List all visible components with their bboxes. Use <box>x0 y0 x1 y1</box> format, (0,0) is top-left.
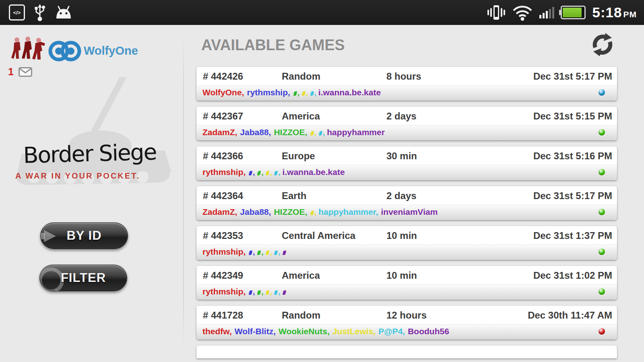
filter-button-label: FILTER <box>61 271 106 285</box>
player-name: WolfyOne, <box>202 88 244 97</box>
clock-meridiem: PM <box>623 10 637 19</box>
player-color-mark <box>257 251 261 255</box>
game-map: Europe <box>282 150 315 162</box>
player-separator: , <box>261 169 263 177</box>
arrow-icon <box>44 230 56 242</box>
player-name: happyhammer <box>327 128 385 137</box>
player-separator: , <box>253 169 255 177</box>
game-row-players: rythmship,,,,, <box>196 284 617 300</box>
game-map: Random <box>282 310 320 321</box>
game-id: # 442364 <box>203 190 243 202</box>
page-title: AVAILABLE GAMES <box>201 36 345 54</box>
game-map: Earth <box>282 190 306 202</box>
game-id: # 442349 <box>203 270 243 281</box>
player-name: i.wanna.be.kate <box>318 88 381 97</box>
player-list: rythmship,,,,, <box>202 249 287 256</box>
magnifier-icon <box>39 267 64 291</box>
game-map: Central America <box>282 230 355 241</box>
player-color-mark <box>274 171 278 176</box>
player-list: ZadamZ,Jaba88,HIZZOE,,,happyhammer <box>202 130 388 136</box>
player-separator: , <box>270 288 272 296</box>
game-status-dot <box>599 328 605 335</box>
game-turn-time: 12 hours <box>386 310 427 321</box>
game-id: # 441728 <box>203 310 243 321</box>
player-separator: , <box>270 248 272 256</box>
soldiers-icon[interactable] <box>10 36 46 60</box>
game-date: Dec 31st 1:37 PM <box>533 230 612 241</box>
game-id: # 442353 <box>203 230 243 241</box>
game-row[interactable]: # 442426 Random 8 hours Dec 31st 5:17 PM… <box>196 67 617 101</box>
android-status-bar: </> <box>0 0 644 25</box>
player-color-mark <box>310 91 314 96</box>
player-separator: , <box>261 248 263 256</box>
app-logo-title: Border Siege <box>7 139 173 169</box>
battery-icon <box>561 6 586 19</box>
by-id-button[interactable]: BY ID <box>40 222 128 249</box>
available-games-list: # 442426 Random 8 hours Dec 31st 5:17 PM… <box>183 67 644 362</box>
mail-icon[interactable] <box>19 67 32 77</box>
game-status-dot <box>599 129 605 136</box>
player-name: P@P4, <box>378 327 405 336</box>
game-date: Dec 31st 5:15 PM <box>533 111 612 122</box>
player-name: Wolf-Blitz, <box>235 327 276 336</box>
game-turn-time: 10 min <box>386 270 417 281</box>
game-date: Dec 31st 5:17 PM <box>533 190 612 202</box>
app-screen: </> <box>0 0 644 362</box>
game-row-info: # 442426 Random 8 hours Dec 31st 5:17 PM <box>196 67 617 85</box>
player-color-mark <box>274 290 278 295</box>
player-color-mark <box>283 251 287 255</box>
app-logo-tagline: A WAR IN YOUR POCKET. <box>15 171 140 181</box>
player-color-mark <box>257 290 261 295</box>
player-color-mark <box>249 290 253 295</box>
player-color-mark <box>310 211 314 216</box>
game-row[interactable]: # 441728 Random 12 hours Dec 30th 11:47 … <box>196 306 617 339</box>
refresh-icon[interactable] <box>590 32 615 57</box>
player-color-mark <box>257 171 261 176</box>
player-name: i.wanna.be.kate <box>282 167 345 177</box>
game-row[interactable]: # 442349 America 10 min Dec 31st 1:02 PM… <box>196 266 617 300</box>
game-row[interactable]: # 442364 Earth 2 days Dec 31st 5:17 PM Z… <box>196 186 617 220</box>
game-row[interactable]: # 442353 Central America 10 min Dec 31st… <box>196 226 617 260</box>
signal-strength-icon <box>539 6 554 19</box>
player-color-mark <box>249 171 253 176</box>
game-row-players: rythmship,,,,, <box>196 245 617 260</box>
player-name: rythmship, <box>202 247 246 256</box>
clock-time: 5:18 <box>592 4 622 20</box>
game-map: America <box>282 111 320 122</box>
game-row-players: ZadamZ,Jaba88,HIZZOE,,,happyhammer <box>196 125 617 140</box>
game-date: Dec 31st 5:17 PM <box>533 71 612 82</box>
player-separator: , <box>306 89 308 97</box>
game-row[interactable]: # 442366 Europe 30 min Dec 31st 5:16 PM … <box>196 146 617 180</box>
game-status-dot <box>599 89 605 96</box>
player-separator: , <box>253 288 255 296</box>
filter-button[interactable]: FILTER <box>39 265 127 291</box>
game-row-info: # 442366 Europe 30 min Dec 31st 5:16 PM <box>196 146 617 165</box>
game-status-dot <box>599 288 605 295</box>
player-name: Booduh56 <box>408 327 449 336</box>
game-row-info: # 441728 Random 12 hours Dec 30th 11:47 … <box>196 306 617 324</box>
game-turn-time: 2 days <box>386 190 417 202</box>
game-turn-time: 30 min <box>386 150 417 162</box>
status-bar-left-icons: </> <box>9 0 72 25</box>
game-row-info: # 442349 America 10 min Dec 31st 1:02 PM <box>196 266 617 284</box>
wolfyone-logo-icon[interactable] <box>48 39 81 63</box>
game-row[interactable]: # 442367 America 2 days Dec 31st 5:15 PM… <box>196 107 617 140</box>
game-turn-time: 2 days <box>386 111 417 122</box>
player-separator: , <box>253 248 255 256</box>
game-status-dot <box>599 249 605 255</box>
player-name: ZadamZ, <box>202 128 237 137</box>
game-row-players: rythmship,,,,,i.wanna.be.kate <box>196 165 617 180</box>
player-color-mark <box>274 251 278 255</box>
game-row-partial[interactable] <box>196 346 617 358</box>
player-separator: , <box>297 89 299 97</box>
sidebar: WolfyOne 1 Border Siege A WAR IN YOUR PO… <box>0 25 183 362</box>
usb-icon <box>34 4 46 21</box>
player-name: JustLewis, <box>332 327 376 336</box>
player-name: rythmship, <box>247 88 290 97</box>
game-turn-time: 8 hours <box>386 71 421 82</box>
game-row-info: # 442353 Central America 10 min Dec 31st… <box>196 226 617 245</box>
game-row-info: # 442364 Earth 2 days Dec 31st 5:17 PM <box>196 186 617 205</box>
game-map: Random <box>282 71 320 82</box>
game-turn-time: 10 min <box>386 230 417 241</box>
user-name[interactable]: WolfyOne <box>84 44 138 58</box>
